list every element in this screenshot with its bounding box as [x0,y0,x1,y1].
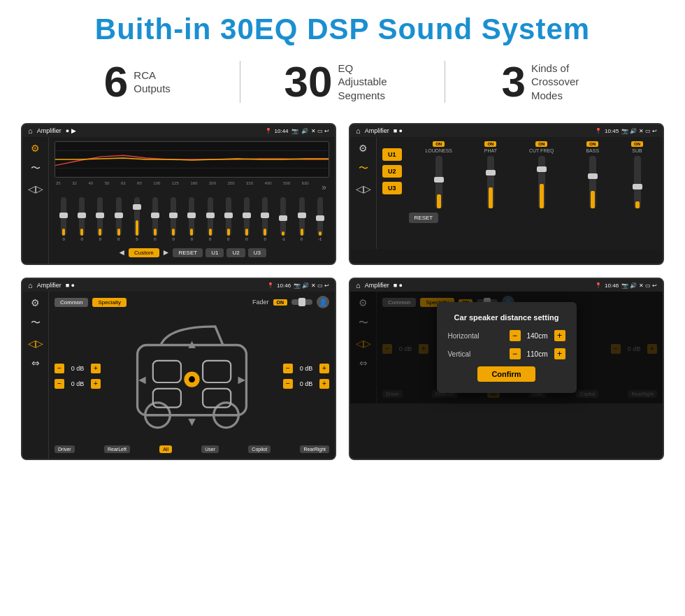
camera-icon: 📷 [291,128,298,134]
eq-slider-8[interactable]: 0 [189,197,194,241]
common-btn[interactable]: Common [55,298,88,307]
eq-slider-7[interactable]: 0 [171,197,176,241]
fader-bottom: Driver RearLeft All User Copilot RearRig… [55,444,329,454]
db-minus-3[interactable]: − [283,364,293,373]
speaker-icon-3[interactable]: ◁▷ [28,338,43,349]
dialog-title: Car speaker distance setting [448,313,565,322]
home-icon-3[interactable]: ⌂ [28,281,33,289]
user-btn[interactable]: User [201,445,219,453]
screen2-icons: 📷 🔊 ✕ ▭ ↩ [621,128,657,134]
bass-group: ON BASS [586,141,599,210]
status-bar-1: ⌂ Amplifier ● ▶ 📍 10:44 📷 🔊 ✕ ▭ ↩ [22,124,335,137]
prev-btn[interactable]: ◄ [117,248,126,257]
db-plus-1[interactable]: + [91,364,101,373]
screen3-title: Amplifier [37,282,62,289]
reset-btn-1[interactable]: RESET [173,248,203,257]
u2-btn-1[interactable]: U2 [226,248,245,257]
speaker-icon[interactable]: ◁▷ [28,183,43,194]
svg-text:▲: ▲ [186,337,199,351]
stats-row: 6 RCAOutputs 30 EQ AdjustableSegments 3 … [0,53,685,116]
eq-slider-10[interactable]: 0 [226,197,231,241]
driver-btn[interactable]: Driver [55,445,75,453]
db-minus-2[interactable]: − [55,379,64,389]
screen2-sidebar: ⚙ 〜 ◁▷ [350,137,377,249]
eq-slider-3[interactable]: 0 [97,197,103,241]
loudness-group: ON LOUDNESS [425,141,452,210]
page-title: Buith-in 30EQ DSP Sound System [14,13,671,46]
eq-icon-3[interactable]: ⚙ [31,297,40,308]
fader-slider[interactable] [291,299,312,305]
all-btn[interactable]: All [159,445,172,453]
eq-slider-4[interactable]: 0 [116,197,122,241]
eq-slider-11[interactable]: 0 [244,197,250,241]
next-btn[interactable]: ► [162,248,171,257]
eq-slider-13[interactable]: -1 [280,197,286,241]
vertical-value: 110cm [524,350,551,358]
car-diagram[interactable]: ▲ ▼ ◄ ► [103,311,280,441]
u1-btn-1[interactable]: U1 [206,248,224,257]
screen1-title: Amplifier [37,127,62,134]
profile-icon[interactable]: 👤 [317,296,329,308]
screen-eq: ⌂ Amplifier ● ▶ 📍 10:44 📷 🔊 ✕ ▭ ↩ ⚙ 〜 ◁▷ [21,123,336,265]
eq-icon-2[interactable]: ⚙ [359,143,368,154]
eq-slider-14[interactable]: 0 [299,197,305,241]
vertical-plus[interactable]: + [554,348,565,359]
rearright-btn[interactable]: RearRight [300,445,329,453]
screen-dialog: ⌂ Amplifier ■ ● 📍 10:46 📷 🔊 ✕ ▭ ↩ ⚙ 〜 ◁▷… [349,278,664,460]
u3-btn-1[interactable]: U3 [248,248,266,257]
screen3-indicator: ■ ● [66,282,75,289]
screen1-icons: ✕ ▭ ↩ [311,128,329,134]
eq-slider-6[interactable]: 0 [152,197,158,241]
arrow-icon-3[interactable]: ⇔ [31,357,40,368]
home-icon-2[interactable]: ⌂ [356,127,361,135]
right-db-controls: − 0 dB + − 0 dB + [283,364,329,389]
u2-btn[interactable]: U2 [382,165,402,178]
screen3-body: ⚙ 〜 ◁▷ ⇔ Common Specialty Fader ON 👤 [22,292,335,459]
u1-btn[interactable]: U1 [382,148,402,161]
db-minus-1[interactable]: − [55,364,64,373]
db-value-2: 0 dB [67,380,88,387]
fader-main: Common Specialty Fader ON 👤 − 0 dB [49,292,335,459]
eq-slider-9[interactable]: 0 [208,197,213,241]
eq-slider-12[interactable]: 0 [262,197,268,241]
db-plus-2[interactable]: + [91,379,101,389]
copilot-btn[interactable]: Copilot [248,445,271,453]
eq-slider-15[interactable]: -1 [317,197,323,241]
screen-fader: ⌂ Amplifier ■ ● 📍 10:46 📷 🔊 ✕ ▭ ↩ ⚙ 〜 ◁▷… [21,278,336,460]
svg-text:▼: ▼ [186,415,199,429]
freq-labels: 25 32 40 50 63 80 100 125 160 200 250 32… [55,180,329,194]
eq-slider-2[interactable]: 0 [79,197,85,241]
wave-icon-2[interactable]: 〜 [359,162,368,175]
confirm-button[interactable]: Confirm [477,366,535,382]
custom-btn[interactable]: Custom [129,248,159,257]
u3-btn[interactable]: U3 [382,182,402,194]
eq-slider-1[interactable]: 0 [61,197,66,241]
db-value-3: 0 dB [296,365,317,372]
stat-rca: 6 RCAOutputs [42,60,233,103]
vertical-minus[interactable]: − [510,348,521,359]
screen2-body: ⚙ 〜 ◁▷ U1 U2 U3 [350,137,663,249]
eq-slider-5[interactable]: 5 [134,197,140,241]
db-minus-4[interactable]: − [283,379,293,389]
db-plus-3[interactable]: + [319,364,329,373]
stat-divider-2 [445,61,445,103]
page-header: Buith-in 30EQ DSP Sound System [0,0,685,53]
horizontal-plus[interactable]: + [554,330,565,341]
db-plus-4[interactable]: + [319,379,329,389]
stat-number-crossover: 3 [501,60,525,103]
home-icon[interactable]: ⌂ [28,127,33,135]
screen2-time: 10:45 [605,128,619,134]
wave-icon[interactable]: 〜 [31,162,41,175]
horizontal-minus[interactable]: − [510,330,521,341]
speaker-icon-2[interactable]: ◁▷ [356,183,371,194]
home-icon-4[interactable]: ⌂ [356,281,361,289]
eq-icon[interactable]: ⚙ [31,143,40,154]
rearleft-btn[interactable]: RearLeft [104,445,130,453]
svg-text:◄: ◄ [136,373,148,387]
specialty-btn[interactable]: Specialty [92,298,126,307]
wave-icon-3[interactable]: 〜 [31,317,41,329]
reset-btn-2[interactable]: RESET [409,213,439,223]
location-icon: 📍 [265,128,272,134]
db-row-3: − 0 dB + [283,364,329,373]
screenshots-grid: ⌂ Amplifier ● ▶ 📍 10:44 📷 🔊 ✕ ▭ ↩ ⚙ 〜 ◁▷ [0,116,685,474]
